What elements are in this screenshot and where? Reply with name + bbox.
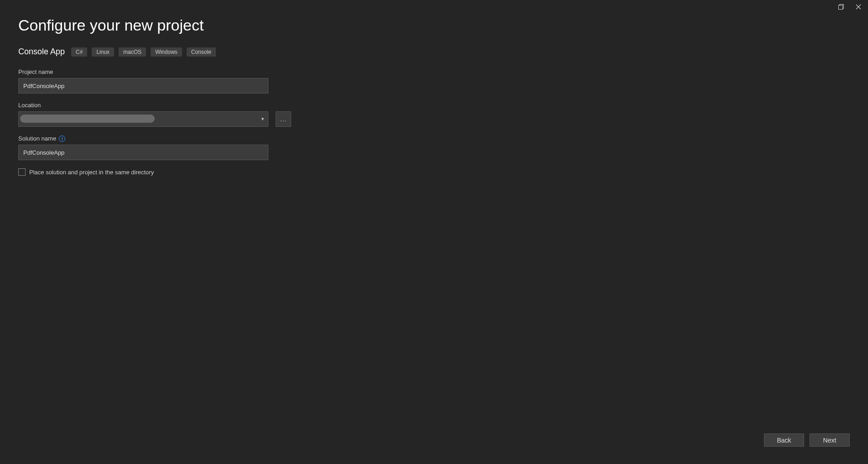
close-icon[interactable] (855, 4, 862, 10)
page-title: Configure your new project (18, 16, 850, 34)
solution-name-input[interactable] (18, 145, 268, 160)
solution-name-label-text: Solution name (18, 135, 56, 142)
titlebar (831, 0, 868, 14)
solution-name-label: Solution name i (18, 135, 850, 142)
location-group: Location ▼ ... (18, 102, 850, 127)
maximize-icon[interactable] (838, 4, 844, 10)
tag-csharp: C# (71, 47, 87, 57)
location-combo: ▼ (18, 111, 268, 127)
tag-windows: Windows (151, 47, 182, 57)
project-name-input[interactable] (18, 78, 268, 94)
project-name-group: Project name (18, 68, 850, 94)
same-directory-checkbox[interactable] (18, 168, 26, 176)
project-name-label: Project name (18, 68, 850, 75)
back-button[interactable]: Back (764, 433, 804, 447)
location-input[interactable] (18, 111, 268, 127)
info-icon[interactable]: i (59, 136, 65, 142)
tag-macos: macOS (119, 47, 146, 57)
footer: Back Next (764, 433, 850, 447)
solution-name-group: Solution name i (18, 135, 850, 160)
tag-console: Console (187, 47, 216, 57)
tag-linux: Linux (92, 47, 114, 57)
template-name: Console App (18, 47, 65, 57)
main-content: Configure your new project Console App C… (0, 0, 868, 176)
same-directory-row: Place solution and project in the same d… (18, 168, 850, 176)
template-row: Console App C# Linux macOS Windows Conso… (18, 47, 850, 57)
same-directory-label: Place solution and project in the same d… (29, 169, 154, 176)
template-tags: C# Linux macOS Windows Console (71, 47, 216, 57)
svg-rect-1 (839, 5, 843, 10)
browse-button[interactable]: ... (276, 111, 291, 127)
location-label: Location (18, 102, 850, 109)
next-button[interactable]: Next (810, 433, 850, 447)
